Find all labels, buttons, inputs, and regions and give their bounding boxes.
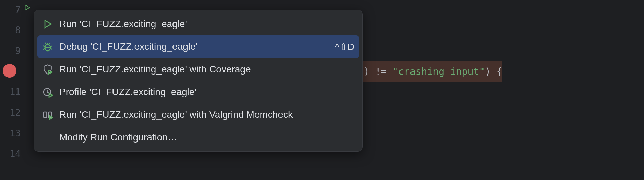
menu-shortcut: ^⇧D — [335, 41, 354, 53]
svg-rect-2 — [44, 112, 47, 117]
code-text: != — [369, 66, 392, 77]
menu-item-valgrind[interactable]: Run 'CI_FUZZ.exciting_eagle' with Valgri… — [34, 103, 362, 126]
menu-item-label: Modify Run Configuration… — [59, 132, 354, 143]
menu-item-profile[interactable]: Profile 'CI_FUZZ.exciting_eagle' — [34, 81, 362, 103]
play-icon — [42, 19, 53, 30]
code-text: ) { — [485, 66, 502, 77]
code-line-10: ) != "crashing input" ) { — [363, 61, 502, 82]
code-paren: ) — [363, 66, 369, 77]
line-number: 11 — [0, 82, 21, 102]
menu-item-label: Debug 'CI_FUZZ.exciting_eagle' — [59, 41, 335, 52]
menu-item-modify-config[interactable]: Modify Run Configuration… — [34, 126, 362, 149]
line-number: 8 — [0, 20, 21, 41]
shield-play-icon — [42, 64, 53, 75]
menu-item-label: Run 'CI_FUZZ.exciting_eagle' with Valgri… — [59, 109, 354, 120]
menu-item-label: Profile 'CI_FUZZ.exciting_eagle' — [59, 87, 354, 98]
run-context-menu: Run 'CI_FUZZ.exciting_eagle' Debug 'CI_F… — [34, 10, 363, 152]
run-gutter-icon[interactable] — [23, 3, 31, 10]
menu-item-label: Run 'CI_FUZZ.exciting_eagle' — [59, 19, 354, 30]
line-number: 12 — [0, 102, 21, 123]
line-number: 13 — [0, 123, 21, 144]
valgrind-icon — [42, 109, 53, 120]
menu-item-run[interactable]: Run 'CI_FUZZ.exciting_eagle' — [34, 13, 362, 35]
empty-icon — [42, 132, 53, 143]
editor-gutter: 7 8 9 11 12 13 14 — [0, 0, 31, 180]
line-number: 9 — [0, 41, 21, 61]
menu-item-label: Run 'CI_FUZZ.exciting_eagle' with Covera… — [59, 64, 354, 75]
bug-icon — [42, 41, 53, 52]
menu-item-debug[interactable]: Debug 'CI_FUZZ.exciting_eagle' ^⇧D — [37, 35, 359, 58]
code-string: "crashing input" — [392, 66, 485, 77]
clock-play-icon — [42, 87, 53, 98]
menu-item-coverage[interactable]: Run 'CI_FUZZ.exciting_eagle' with Covera… — [34, 58, 362, 81]
breakpoint-marker[interactable] — [3, 64, 16, 78]
line-number: 14 — [0, 144, 21, 164]
line-number: 7 — [0, 0, 21, 20]
